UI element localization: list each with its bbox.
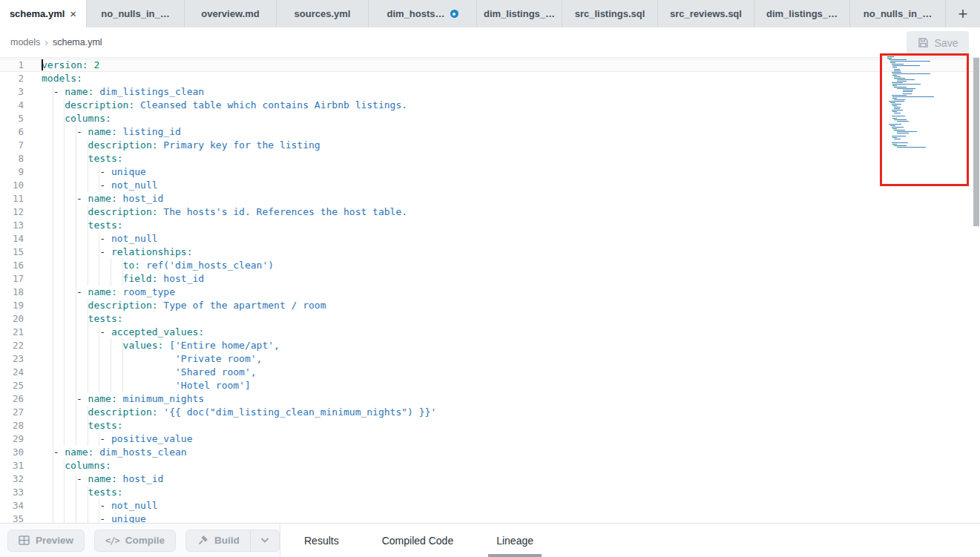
preview-button[interactable]: Preview	[7, 530, 85, 552]
tab-no-nulls-in-[interactable]: no_nulls_in_…	[850, 0, 946, 27]
code-line[interactable]: 10- not_null	[0, 179, 980, 192]
code-line[interactable]: 11- name: host_id	[0, 192, 980, 205]
build-button-label: Build	[214, 535, 240, 546]
code-line[interactable]: 18- name: room_type	[0, 286, 980, 299]
ide-window: schema.yml×no_nulls_in_…overview.mdsourc…	[0, 0, 980, 557]
tab-compiled-code[interactable]: Compiled Code	[374, 524, 462, 557]
tab-src-reviews-sql[interactable]: src_reviews.sql	[658, 0, 754, 27]
tab-lineage[interactable]: Lineage	[488, 524, 542, 557]
compile-button[interactable]: </> Compile	[94, 530, 176, 552]
tab-dim-listings-[interactable]: dim_listings_…	[477, 0, 562, 27]
line-number: 1	[0, 59, 24, 72]
compile-button-label: Compile	[125, 535, 165, 546]
tab-label: schema.yml	[10, 8, 65, 19]
code-line[interactable]: 27description: '{{ doc("dim_listing_clea…	[0, 406, 980, 419]
line-number: 28	[0, 419, 24, 432]
tab-src-listings-sql[interactable]: src_listings.sql	[562, 0, 658, 27]
code-line[interactable]: 7description: Primary key for the listin…	[0, 139, 980, 152]
preview-button-label: Preview	[36, 535, 73, 546]
line-number: 11	[0, 192, 24, 205]
save-button-label: Save	[935, 37, 958, 49]
tab-label: src_reviews.sql	[670, 8, 742, 19]
line-number: 23	[0, 352, 24, 366]
code-line[interactable]: 2models:	[0, 72, 980, 85]
tab-dim-hosts-[interactable]: dim_hosts…	[369, 0, 477, 27]
build-options-button[interactable]	[250, 530, 279, 551]
code-line[interactable]: 24 'Shared room',	[0, 366, 980, 379]
code-line[interactable]: 29- positive_value	[0, 432, 980, 446]
line-number: 15	[0, 245, 24, 259]
line-number: 4	[0, 99, 24, 112]
line-number: 26	[0, 392, 24, 406]
code-line[interactable]: 19description: Type of the apartment / r…	[0, 299, 980, 312]
tab-overview-md[interactable]: overview.md	[185, 0, 277, 27]
code-line[interactable]: 9- unique	[0, 165, 980, 179]
code-line[interactable]: 26- name: minimum_nights	[0, 392, 980, 406]
code-line[interactable]: 23 'Private room',	[0, 352, 980, 366]
breadcrumb-bar: models › schema.yml Save	[0, 27, 980, 58]
text-cursor	[42, 59, 43, 70]
line-number: 9	[0, 165, 24, 179]
tab-schema-yml[interactable]: schema.yml×	[0, 0, 87, 27]
tab-label: overview.md	[201, 8, 259, 19]
line-number: 16	[0, 259, 24, 272]
code-line[interactable]: 22values: ['Entire home/apt',	[0, 339, 980, 352]
chevron-right-icon: ›	[45, 36, 48, 48]
close-tab-icon[interactable]: ×	[70, 8, 76, 19]
code-line[interactable]: 14- not_null	[0, 232, 980, 245]
code-line[interactable]: 12description: The hosts's id. Reference…	[0, 205, 980, 219]
build-button[interactable]: Build	[186, 530, 250, 551]
breadcrumb: models › schema.yml	[10, 27, 102, 57]
code-line[interactable]: 17field: host_id	[0, 272, 980, 286]
line-number: 30	[0, 446, 24, 459]
code-line[interactable]: 32- name: host_id	[0, 472, 980, 486]
code-line[interactable]: 31columns:	[0, 459, 980, 472]
action-buttons: Preview </> Compile Build	[0, 524, 280, 557]
line-number: 19	[0, 299, 24, 312]
unsaved-changes-dot	[450, 10, 458, 18]
code-line[interactable]: 20tests:	[0, 312, 980, 326]
code-line[interactable]: 13tests:	[0, 219, 980, 232]
line-number: 21	[0, 326, 24, 339]
line-number: 5	[0, 112, 24, 125]
tab-label: sources.yml	[295, 8, 351, 19]
code-line[interactable]: 3- name: dim_listings_clean	[0, 85, 980, 99]
line-number: 33	[0, 486, 24, 499]
line-number: 22	[0, 339, 24, 352]
save-button[interactable]: Save	[907, 31, 969, 54]
build-split-button: Build	[185, 530, 280, 552]
tab-sources-yml[interactable]: sources.yml	[277, 0, 369, 27]
code-line[interactable]: 30- name: dim_hosts_clean	[0, 446, 980, 459]
line-number: 6	[0, 125, 24, 139]
line-number: 12	[0, 205, 24, 219]
code-line[interactable]: 15- relationships:	[0, 245, 980, 259]
code-line[interactable]: 33tests:	[0, 486, 980, 499]
line-number: 18	[0, 286, 24, 299]
tab-dim-listings-[interactable]: dim_listings_…	[754, 0, 850, 27]
code-line[interactable]: 1version: 2	[0, 59, 980, 72]
line-number: 27	[0, 406, 24, 419]
line-number: 35	[0, 512, 24, 523]
code-line[interactable]: 21- accepted_values:	[0, 326, 980, 339]
tab-results[interactable]: Results	[296, 524, 347, 557]
code-line[interactable]: 8tests:	[0, 152, 980, 165]
line-number: 17	[0, 272, 24, 286]
code-line[interactable]: 34- not_null	[0, 499, 980, 512]
editor[interactable]: 1version: 22models:3- name: dim_listings…	[0, 58, 980, 523]
breadcrumb-folder[interactable]: models	[10, 37, 40, 47]
code-line[interactable]: 16to: ref('dim_hosts_clean')	[0, 259, 980, 272]
tab-label: dim_hosts…	[387, 8, 444, 19]
code-line[interactable]: 25 'Hotel room']	[0, 379, 980, 392]
tab-bar: schema.yml×no_nulls_in_…overview.mdsourc…	[0, 0, 980, 27]
code-line[interactable]: 5columns:	[0, 112, 980, 125]
code-line[interactable]: 6- name: listing_id	[0, 125, 980, 139]
new-tab-button[interactable]: +	[958, 6, 968, 22]
editor-scrollbar[interactable]	[973, 58, 979, 226]
line-number: 34	[0, 499, 24, 512]
tab-no-nulls-in-[interactable]: no_nulls_in_…	[87, 0, 185, 27]
code-line[interactable]: 4description: Cleansed table which conta…	[0, 99, 980, 112]
code-line[interactable]: 28tests:	[0, 419, 980, 432]
code-brackets-icon: </>	[105, 535, 119, 546]
minimap-highlight-box	[880, 53, 969, 186]
code-line[interactable]: 35- unique	[0, 512, 980, 523]
